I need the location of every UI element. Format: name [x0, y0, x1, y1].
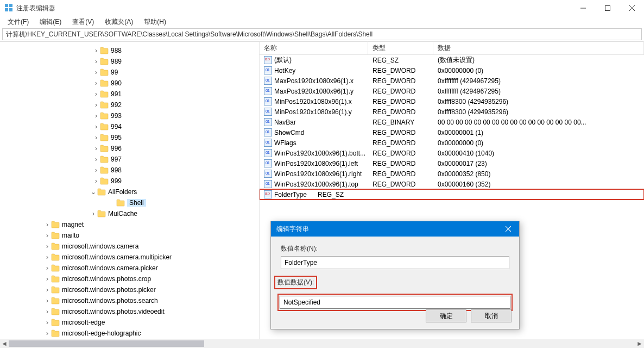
tree-label: 99 [111, 69, 118, 76]
folder-icon [51, 275, 60, 283]
tree-item[interactable]: ›microsoft.windows.camera.picker [0, 263, 259, 274]
menu-file[interactable]: 文件(F) [5, 16, 31, 28]
menu-view[interactable]: 查看(V) [70, 16, 96, 28]
tree-item[interactable]: ›993 [0, 110, 259, 121]
col-data[interactable]: 数据 [433, 41, 644, 55]
expand-icon[interactable]: › [92, 145, 100, 152]
expand-icon[interactable]: › [92, 156, 100, 163]
value-data: 00 00 00 00 00 00 00 00 00 00 00 00 00 0… [433, 119, 644, 126]
expand-icon[interactable]: › [43, 286, 51, 294]
tree-item[interactable]: ›988 [0, 45, 259, 56]
folder-icon [100, 123, 109, 130]
tree-item[interactable]: ›microsoft.windows.camera.multipicker [0, 252, 259, 263]
menu-favorites[interactable]: 收藏夹(A) [103, 16, 135, 28]
expand-icon[interactable]: › [43, 297, 51, 304]
tree-item[interactable]: ›999 [0, 176, 259, 187]
value-row[interactable]: FolderTypeREG_SZ [260, 189, 644, 200]
value-row[interactable]: MaxPos1920x1080x96(1).yREG_DWORD0xffffff… [260, 86, 644, 96]
expand-icon[interactable]: › [92, 134, 100, 141]
tree-pane[interactable]: ›988›989›99›990›991›992›993›994›995›996›… [0, 42, 260, 347]
tree-item[interactable]: ›mailto [0, 230, 259, 241]
tree-item[interactable]: ›997 [0, 154, 259, 165]
expand-icon[interactable]: › [92, 177, 100, 185]
expand-icon[interactable]: › [43, 264, 51, 272]
value-name-field[interactable]: FolderType [281, 256, 509, 269]
value-row[interactable]: WinPos1920x1080x96(1).bott...REG_DWORD0x… [260, 148, 644, 158]
tree-item[interactable]: ›992 [0, 100, 259, 110]
maximize-button[interactable] [595, 0, 620, 16]
tree-item[interactable]: ›998 [0, 165, 259, 176]
expand-icon[interactable]: › [43, 232, 51, 239]
tree-item[interactable]: ›995 [0, 132, 259, 143]
menu-help[interactable]: 帮助(H) [142, 16, 168, 28]
expand-icon[interactable]: › [92, 166, 100, 174]
value-row[interactable]: WinPos1920x1080x96(1).topREG_DWORD0x0000… [260, 179, 644, 189]
expand-icon[interactable]: › [43, 275, 51, 283]
tree-item[interactable]: ›990 [0, 78, 259, 89]
expand-icon[interactable]: › [92, 79, 100, 87]
menu-edit[interactable]: 编辑(E) [37, 16, 64, 28]
value-row[interactable]: ShowCmdREG_DWORD0x00000001 (1) [260, 127, 644, 138]
binary-value-icon [264, 139, 272, 147]
close-button[interactable] [620, 0, 644, 16]
value-row[interactable]: WFlagsREG_DWORD0x00000000 (0) [260, 138, 644, 148]
tree-item[interactable]: ›989 [0, 56, 259, 67]
ok-button[interactable]: 确定 [426, 309, 466, 322]
value-row[interactable]: WinPos1920x1080x96(1).rightREG_DWORD0x00… [260, 169, 644, 179]
value-name: WinPos1920x1080x96(1).right [274, 170, 362, 178]
address-bar[interactable]: 计算机\HKEY_CURRENT_USER\SOFTWARE\Classes\L… [2, 28, 642, 40]
expand-icon[interactable]: › [92, 47, 100, 54]
value-row[interactable]: WinPos1920x1080x96(1).leftREG_DWORD0x000… [260, 158, 644, 169]
value-type: REG_DWORD [368, 77, 433, 85]
tree-item-muicache[interactable]: ›MuiCache [0, 208, 259, 219]
tree-item[interactable]: ›microsoft-edge-holographic [0, 328, 259, 339]
expand-icon[interactable]: › [43, 330, 51, 337]
tree-item-shell[interactable]: ·Shell [0, 197, 259, 208]
value-row[interactable]: MinPos1920x1080x96(1).xREG_DWORD0xffff83… [260, 96, 644, 107]
tree-item[interactable]: ›microsoft.windows.photos.search [0, 295, 259, 306]
horizontal-scrollbar[interactable]: ◄ ► [0, 339, 644, 348]
expand-icon[interactable]: › [43, 253, 51, 261]
scroll-thumb[interactable] [9, 340, 204, 347]
tree-item[interactable]: ›microsoft.windows.photos.crop [0, 274, 259, 284]
value-data-input[interactable] [280, 296, 510, 309]
folder-icon [100, 156, 109, 163]
expand-icon[interactable]: › [92, 58, 100, 65]
expand-icon[interactable]: › [92, 112, 100, 120]
expand-icon[interactable]: › [43, 243, 51, 250]
dialog-title-bar[interactable]: 编辑字符串 [271, 221, 519, 237]
tree-item[interactable]: ›microsoft.windows.photos.picker [0, 284, 259, 295]
minimize-button[interactable] [571, 0, 595, 16]
expand-icon[interactable]: › [92, 123, 100, 130]
tree-item[interactable]: ›994 [0, 121, 259, 132]
expand-icon[interactable]: › [43, 308, 51, 315]
expand-icon[interactable]: › [92, 101, 100, 109]
expand-icon[interactable]: › [92, 69, 100, 76]
scroll-right-button[interactable]: ► [635, 339, 644, 348]
tree-item[interactable]: ›99 [0, 67, 259, 78]
dialog-close-button[interactable] [497, 221, 519, 237]
value-row[interactable]: NavBarREG_BINARY00 00 00 00 00 00 00 00 … [260, 117, 644, 127]
tree-item[interactable]: ›microsoft.windows.camera [0, 241, 259, 252]
value-row[interactable]: MaxPos1920x1080x96(1).xREG_DWORD0xffffff… [260, 76, 644, 86]
folder-icon [51, 308, 60, 315]
tree-item-allfolders[interactable]: ⌄AllFolders [0, 187, 259, 197]
expand-icon[interactable]: › [92, 90, 100, 98]
tree-item[interactable]: ›996 [0, 143, 259, 154]
tree-item[interactable]: ›microsoft-edge [0, 317, 259, 328]
value-row[interactable]: (默认)REG_SZ(数值未设置) [260, 55, 644, 65]
col-type[interactable]: 类型 [368, 41, 433, 55]
folder-icon [100, 90, 109, 98]
collapse-icon[interactable]: ⌄ [90, 188, 97, 196]
value-row[interactable]: HotKeyREG_DWORD0x00000000 (0) [260, 65, 644, 76]
scroll-left-button[interactable]: ◄ [0, 339, 9, 348]
expand-icon[interactable]: › [43, 221, 51, 228]
value-row[interactable]: MinPos1920x1080x96(1).yREG_DWORD0xffff83… [260, 107, 644, 117]
cancel-button[interactable]: 取消 [471, 309, 512, 322]
expand-icon[interactable]: › [90, 210, 97, 217]
tree-item[interactable]: ›microsoft.windows.photos.videoedit [0, 306, 259, 317]
tree-item[interactable]: ›magnet [0, 219, 259, 230]
expand-icon[interactable]: › [43, 319, 51, 326]
tree-item[interactable]: ›991 [0, 89, 259, 100]
col-name[interactable]: 名称 [260, 41, 368, 55]
